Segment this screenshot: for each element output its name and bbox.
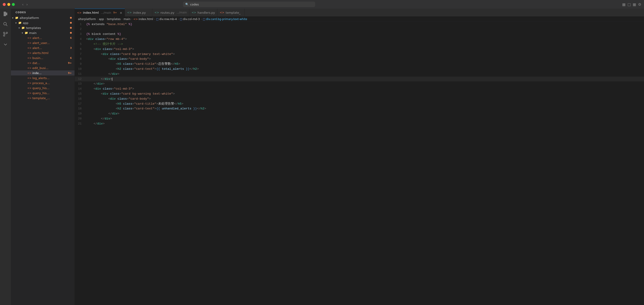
tree-item-app[interactable]: ▾📁app (11, 20, 74, 25)
svg-line-6 (6, 25, 8, 26)
token-punct: > (118, 112, 120, 115)
breadcrumb-item[interactable]: templates (107, 18, 120, 21)
back-arrow[interactable]: ‹ (21, 2, 24, 7)
breadcrumb-item[interactable]: □div.card.bg-primary.text-white (203, 18, 247, 21)
tree-item-query_his1[interactable]: <>query_his... (11, 86, 74, 90)
line-number: 12 (75, 77, 86, 82)
tree-item-dat[interactable]: <>dat...9+ (11, 60, 74, 66)
token-punct: > (182, 102, 183, 106)
breadcrumb-separator: › (178, 18, 179, 21)
tree-item-alert_user[interactable]: <>alert_user... (11, 40, 74, 45)
line-number: 21 (75, 122, 86, 126)
svg-rect-3 (4, 14, 7, 15)
line-number: 13 (75, 82, 86, 86)
search-icon[interactable] (2, 20, 9, 28)
tab-index_py[interactable]: <>index.py (125, 9, 152, 16)
token-tag: div (104, 77, 110, 81)
token-punct: = (132, 62, 134, 66)
tree-item-alterplatform[interactable]: ▾📁alterplatform (11, 15, 74, 20)
code-editor[interactable]: 1{% extends "base.html" %}23{% block con… (75, 22, 644, 305)
tab-file-icon: <> (154, 11, 159, 14)
line-content: <div class="col-md-3"> (86, 86, 644, 92)
layout-icon-2[interactable]: □ (627, 2, 631, 6)
tree-item-alerts_html[interactable]: <>alerts.html (11, 50, 74, 56)
tree-item-query_his2[interactable]: <>query_his... (11, 90, 74, 96)
tab-label: routes.py (160, 11, 174, 14)
tree-item-inde[interactable]: <>inde...9+ (11, 70, 74, 76)
settings-icon[interactable]: ⚙ (638, 2, 641, 6)
source-control-icon[interactable] (2, 30, 9, 38)
token-template-text (86, 112, 108, 115)
search-icon: 🔍 (185, 3, 189, 6)
breadcrumb-item[interactable]: <>index.html (133, 18, 153, 21)
token-punct: > (103, 122, 104, 125)
tree-item-alert1[interactable]: <>alert...6 (11, 35, 74, 40)
breadcrumb-item[interactable]: app (99, 18, 104, 21)
tree-item-busin[interactable]: <>busin...6 (11, 56, 74, 60)
token-template-text (94, 38, 95, 41)
line-content: {% extends "base.html" %} (86, 22, 644, 27)
folder-arrow-icon: ▾ (17, 26, 21, 30)
breadcrumb: alterplatform›app›templates›main›<>index… (75, 17, 644, 22)
token-attr: class (96, 38, 105, 41)
token-attr: class (123, 102, 132, 106)
token-template-text: block content (90, 32, 118, 36)
tab-routes_py[interactable]: <>routes.py.../main (152, 9, 189, 16)
close-button[interactable] (3, 3, 6, 6)
tab-handlers_py[interactable]: <>handlers.py (189, 9, 218, 16)
folder-icon: 📁 (14, 16, 19, 20)
line-content: </div> (86, 76, 644, 82)
token-attr: class (118, 57, 127, 61)
forward-arrow[interactable]: › (25, 2, 28, 7)
tree-modified-dot (70, 22, 72, 24)
code-line: 7 <div class="card bg-primary text-white… (75, 52, 644, 57)
activity-bar (0, 9, 11, 305)
traffic-lights (3, 3, 15, 6)
line-number: 2 (75, 27, 86, 32)
svg-point-8 (6, 32, 8, 34)
token-tag: div (104, 117, 110, 120)
tree-item-templates[interactable]: ▾📁templates (11, 25, 74, 30)
token-template-text (121, 107, 123, 110)
search-bar[interactable]: 🔍 codes (183, 2, 315, 7)
folder-icon: 📁 (24, 31, 28, 35)
line-number: 3 (75, 32, 86, 37)
token-punct: > (156, 102, 158, 106)
token-tag: h5 (118, 102, 121, 106)
title-bar-right: ▦ □ ▦ ⚙ (622, 2, 641, 6)
tab-index_html[interactable]: <>index.html.../main9+× (75, 9, 125, 16)
tree-badge: 3 (70, 46, 72, 50)
maximize-button[interactable] (12, 3, 15, 6)
breadcrumb-item[interactable]: alterplatform (78, 18, 96, 21)
tree-item-edit_busi[interactable]: <>edit_busi... (11, 66, 74, 70)
breadcrumb-item[interactable]: main (124, 18, 130, 21)
token-punct: > (103, 82, 104, 86)
token-tag: h5 (118, 62, 121, 66)
tree-item-alert2[interactable]: <>alert...3 (11, 45, 74, 50)
token-punct: < (101, 92, 103, 96)
layout-icon-3[interactable]: ▦ (633, 2, 636, 6)
layout-icon-1[interactable]: ▦ (622, 2, 626, 6)
tree-item-log_alerts[interactable]: <>log_alerts... (11, 76, 74, 80)
tree-item-label: templates (26, 26, 41, 30)
tree-item-process_a[interactable]: <>process_a... (11, 80, 74, 86)
token-curly: }} (193, 107, 197, 110)
breadcrumb-item[interactable]: □div.col-md-3 (180, 18, 200, 21)
token-tag: h5 (174, 62, 178, 66)
token-punct: > (173, 52, 175, 56)
code-line: 2 (75, 27, 644, 32)
token-template-text (86, 62, 116, 66)
tab-close-button[interactable]: × (120, 11, 122, 14)
tree-item-main[interactable]: ▾📁main (11, 30, 74, 35)
breadcrumb-div-icon: □ (203, 18, 205, 21)
chevron-down-icon[interactable] (2, 40, 9, 48)
tab-template_[interactable]: <>template_ (218, 9, 245, 16)
explorer-icon[interactable] (2, 10, 9, 18)
minimize-button[interactable] (7, 3, 10, 6)
breadcrumb-separator: › (97, 18, 98, 21)
file-icon: <> (27, 61, 32, 65)
breadcrumb-item[interactable]: □div.row.mb-4 (156, 18, 177, 21)
tree-item-template_[interactable]: <>template_... (11, 96, 74, 100)
token-punct: < (101, 52, 103, 56)
line-number: 10 (75, 67, 86, 72)
